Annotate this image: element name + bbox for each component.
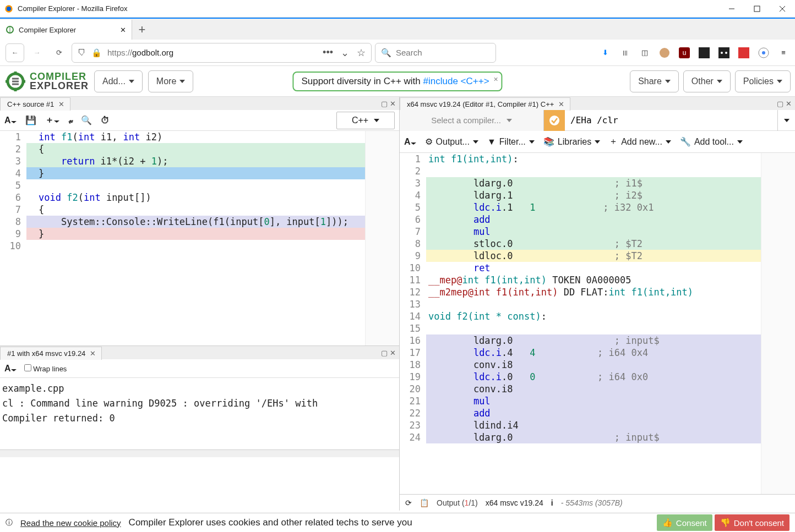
compiler-status-bar: ⟳ 📋 Output (1/1) x64 msvc v19.24 i - 554… bbox=[400, 494, 795, 511]
star-icon[interactable]: ☆ bbox=[357, 47, 366, 59]
favicon-icon bbox=[6, 25, 14, 34]
output-count[interactable]: Output (1/1) bbox=[437, 498, 478, 507]
svg-point-1 bbox=[7, 7, 11, 11]
scrollbar[interactable] bbox=[0, 449, 399, 457]
font-icon[interactable]: A bbox=[4, 116, 17, 125]
info-icon[interactable]: i bbox=[551, 498, 553, 507]
status-compiler: x64 msvc v19.24 bbox=[486, 498, 543, 507]
compiler-ok-icon bbox=[544, 110, 565, 131]
ext-icon-4[interactable] bbox=[758, 47, 770, 59]
language-dropdown[interactable]: C++ bbox=[336, 112, 395, 129]
window-maximize[interactable] bbox=[744, 0, 770, 18]
svg-point-8 bbox=[660, 48, 669, 58]
vim-icon[interactable]: 𝓋 bbox=[68, 116, 72, 125]
lock-icon: 🔒 bbox=[91, 48, 102, 58]
policies-button[interactable]: Policies bbox=[735, 70, 791, 92]
svg-point-26 bbox=[549, 116, 559, 125]
notice-link[interactable]: #include <C++> bbox=[423, 76, 489, 86]
info-icon: ⓘ bbox=[6, 518, 13, 528]
search-icon[interactable]: 🔍 bbox=[81, 115, 92, 125]
dont-consent-button[interactable]: 👎Don't consent bbox=[715, 514, 789, 531]
output-body[interactable]: example.cppcl : Command line warning D90… bbox=[0, 378, 399, 449]
share-button[interactable]: Share bbox=[630, 70, 679, 92]
ext-icon-3[interactable] bbox=[738, 47, 750, 59]
source-editor[interactable]: 12345678910 int f1(int i1, int i2){ retu… bbox=[0, 131, 399, 345]
source-tab[interactable]: C++ source #1✕ bbox=[0, 97, 70, 111]
compiler-tab-row: x64 msvc v19.24 (Editor #1, Compiler #1)… bbox=[400, 97, 795, 110]
font-icon[interactable]: A bbox=[404, 137, 416, 147]
svg-point-14 bbox=[725, 52, 727, 54]
add-new-dropdown[interactable]: ＋Add new... bbox=[609, 136, 671, 147]
compiler-select[interactable]: Select a compiler... bbox=[400, 110, 544, 131]
pocket-icon[interactable]: ⌄ bbox=[341, 47, 349, 59]
new-tab-button[interactable]: + bbox=[132, 20, 152, 40]
more-button[interactable]: More bbox=[148, 70, 193, 92]
minimap[interactable] bbox=[761, 153, 795, 494]
ce-logo[interactable]: COMPILEREXPLORER bbox=[4, 70, 89, 92]
svg-point-13 bbox=[721, 52, 723, 54]
args-dropdown-icon[interactable] bbox=[777, 110, 795, 131]
ublock-icon[interactable]: u bbox=[678, 47, 690, 59]
menu-icon[interactable]: ≡ bbox=[777, 47, 789, 59]
logo-line2: EXPLORER bbox=[30, 81, 89, 90]
ext-icon-2[interactable] bbox=[718, 47, 730, 59]
minimap[interactable] bbox=[365, 131, 399, 345]
library-icon[interactable]: ⫼ bbox=[619, 47, 631, 59]
panel-close-icon[interactable]: ✕ bbox=[390, 349, 396, 357]
panel-max-icon[interactable]: ▢ bbox=[381, 349, 388, 357]
panel-close-icon[interactable]: ✕ bbox=[390, 100, 396, 108]
meatball-icon[interactable]: ••• bbox=[323, 47, 333, 59]
notice-close-icon[interactable]: × bbox=[493, 75, 498, 84]
window-close[interactable] bbox=[770, 0, 795, 18]
output-tab-row: #1 with x64 msvc v19.24✕ ▢✕ bbox=[0, 346, 399, 359]
tab-close-icon[interactable]: ✕ bbox=[120, 26, 126, 34]
filter-dropdown[interactable]: ▼Filter... bbox=[487, 137, 535, 147]
cookie-policy-link[interactable]: Read the new cookie policy bbox=[20, 518, 121, 528]
close-icon[interactable]: ✕ bbox=[558, 100, 564, 108]
source-tab-row: C++ source #1✕ ▢✕ bbox=[0, 97, 399, 110]
notice-text: Support diversity in C++ with bbox=[301, 76, 423, 86]
app-bar: COMPILEREXPLORER Add... More Support div… bbox=[0, 66, 795, 97]
nav-reload-button[interactable]: ⟳ bbox=[50, 43, 68, 62]
output-dropdown[interactable]: ⚙Output... bbox=[425, 136, 478, 147]
nav-back-button[interactable]: ← bbox=[6, 43, 24, 62]
notice-banner: Support diversity in C++ with #include <… bbox=[292, 72, 502, 91]
nav-forward-button[interactable]: → bbox=[28, 43, 46, 62]
consent-button[interactable]: 👍Consent bbox=[657, 514, 712, 531]
sidebar-icon[interactable]: ◫ bbox=[639, 47, 651, 59]
add-tool-dropdown[interactable]: 🔧Add tool... bbox=[680, 136, 743, 147]
stopwatch-icon[interactable]: ⏱ bbox=[101, 116, 110, 125]
window-minimize[interactable] bbox=[719, 0, 744, 18]
book-icon: 📚 bbox=[543, 136, 554, 147]
add-icon[interactable]: ＋ bbox=[45, 114, 59, 126]
panel-max-icon[interactable]: ▢ bbox=[381, 100, 388, 108]
ext-icon-1[interactable] bbox=[698, 47, 710, 59]
reload-icon[interactable]: ⟳ bbox=[405, 498, 412, 507]
browser-tab-active[interactable]: Compiler Explorer ✕ bbox=[0, 20, 132, 40]
url-input[interactable]: ⛉ 🔒 https://godbolt.org ••• ⌄ ☆ bbox=[72, 43, 372, 63]
close-icon[interactable]: ✕ bbox=[58, 100, 64, 108]
search-input[interactable]: 🔍 Search bbox=[375, 43, 496, 63]
output-tab[interactable]: #1 with x64 msvc v19.24✕ bbox=[0, 347, 102, 360]
panel-close-icon[interactable]: ✕ bbox=[786, 100, 792, 108]
asm-editor[interactable]: 123456789101112131415161718192021222324 … bbox=[400, 153, 795, 494]
avatar-icon[interactable] bbox=[658, 47, 671, 59]
clipboard-icon[interactable]: 📋 bbox=[420, 498, 429, 507]
download-icon[interactable]: ⬇ bbox=[599, 47, 611, 59]
compiler-args-input[interactable] bbox=[565, 111, 777, 130]
status-time: - 5543ms (3057B) bbox=[561, 498, 623, 507]
url-scheme: https:// bbox=[107, 48, 132, 57]
wrap-checkbox[interactable]: Wrap lines bbox=[24, 364, 67, 373]
compiler-tab[interactable]: x64 msvc v19.24 (Editor #1, Compiler #1)… bbox=[400, 97, 570, 111]
cookie-message: Compiler Explorer uses cookies and other… bbox=[129, 517, 412, 528]
save-icon[interactable]: 💾 bbox=[25, 115, 36, 125]
libraries-dropdown[interactable]: 📚Libraries bbox=[543, 136, 600, 147]
shield-icon: ⛉ bbox=[78, 48, 86, 57]
output-toolbar: A Wrap lines bbox=[0, 359, 399, 378]
close-icon[interactable]: ✕ bbox=[90, 349, 96, 358]
add-button[interactable]: Add... bbox=[94, 70, 143, 92]
panel-max-icon[interactable]: ▢ bbox=[777, 100, 783, 108]
font-icon[interactable]: A bbox=[4, 364, 17, 374]
thumbs-up-icon: 👍 bbox=[662, 518, 673, 528]
other-button[interactable]: Other bbox=[683, 70, 731, 92]
